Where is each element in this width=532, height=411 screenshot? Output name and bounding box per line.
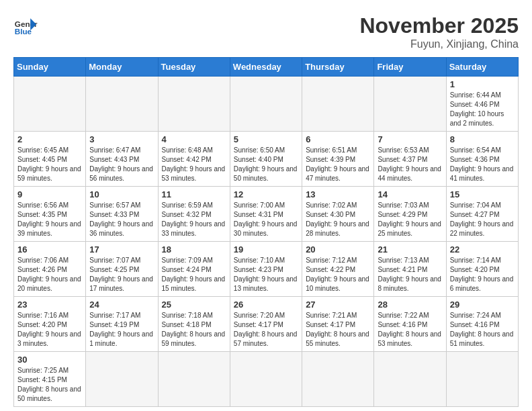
calendar-cell: 12Sunrise: 7:00 AM Sunset: 4:31 PM Dayli… (230, 187, 302, 242)
day-info: Sunrise: 7:07 AM Sunset: 4:25 PM Dayligh… (89, 256, 154, 293)
day-info: Sunrise: 7:12 AM Sunset: 4:22 PM Dayligh… (306, 256, 370, 293)
calendar-cell: 28Sunrise: 7:22 AM Sunset: 4:16 PM Dayli… (374, 297, 446, 352)
calendar-cell: 2Sunrise: 6:45 AM Sunset: 4:45 PM Daylig… (14, 132, 86, 187)
day-number: 20 (306, 244, 370, 255)
calendar-cell: 22Sunrise: 7:14 AM Sunset: 4:20 PM Dayli… (446, 242, 518, 297)
day-number: 13 (306, 189, 370, 199)
day-number: 24 (89, 300, 154, 310)
calendar-cell: 4Sunrise: 6:48 AM Sunset: 4:42 PM Daylig… (158, 132, 230, 187)
day-info: Sunrise: 7:06 AM Sunset: 4:26 PM Dayligh… (17, 256, 82, 293)
calendar-cell: 16Sunrise: 7:06 AM Sunset: 4:26 PM Dayli… (14, 242, 86, 297)
day-info: Sunrise: 7:02 AM Sunset: 4:30 PM Dayligh… (306, 201, 370, 238)
calendar-cell: 30Sunrise: 7:25 AM Sunset: 4:15 PM Dayli… (14, 352, 86, 407)
day-info: Sunrise: 7:17 AM Sunset: 4:19 PM Dayligh… (89, 311, 154, 349)
logo: General Blue (13, 13, 38, 38)
day-number: 23 (17, 300, 82, 310)
calendar-cell (230, 352, 302, 407)
calendar-cell (446, 352, 518, 407)
calendar-cell: 13Sunrise: 7:02 AM Sunset: 4:30 PM Dayli… (302, 187, 374, 242)
day-number: 14 (378, 189, 442, 199)
calendar-table: SundayMondayTuesdayWednesdayThursdayFrid… (13, 57, 519, 407)
day-info: Sunrise: 6:44 AM Sunset: 4:46 PM Dayligh… (450, 91, 515, 128)
day-number: 4 (162, 134, 226, 144)
day-info: Sunrise: 6:51 AM Sunset: 4:39 PM Dayligh… (306, 146, 370, 183)
week-row-2: 9Sunrise: 6:56 AM Sunset: 4:35 PM Daylig… (14, 187, 519, 242)
day-number: 27 (306, 300, 370, 310)
day-number: 11 (162, 189, 226, 199)
calendar-cell (158, 352, 230, 407)
calendar-cell: 19Sunrise: 7:10 AM Sunset: 4:23 PM Dayli… (230, 242, 302, 297)
calendar-cell: 18Sunrise: 7:09 AM Sunset: 4:24 PM Dayli… (158, 242, 230, 297)
weekday-header-wednesday: Wednesday (230, 58, 302, 77)
calendar-cell: 10Sunrise: 6:57 AM Sunset: 4:33 PM Dayli… (86, 187, 158, 242)
day-number: 28 (378, 300, 442, 310)
day-number: 1 (450, 79, 515, 89)
calendar-cell: 29Sunrise: 7:24 AM Sunset: 4:16 PM Dayli… (446, 297, 518, 352)
day-number: 17 (89, 244, 154, 255)
month-title: November 2025 (359, 13, 519, 38)
day-number: 25 (162, 300, 226, 310)
day-info: Sunrise: 6:57 AM Sunset: 4:33 PM Dayligh… (89, 201, 154, 238)
day-number: 7 (378, 134, 442, 144)
calendar-cell: 14Sunrise: 7:03 AM Sunset: 4:29 PM Dayli… (374, 187, 446, 242)
calendar-cell (374, 77, 446, 132)
calendar-cell: 9Sunrise: 6:56 AM Sunset: 4:35 PM Daylig… (14, 187, 86, 242)
day-info: Sunrise: 7:20 AM Sunset: 4:17 PM Dayligh… (234, 311, 298, 349)
week-row-0: 1Sunrise: 6:44 AM Sunset: 4:46 PM Daylig… (14, 77, 519, 132)
week-row-4: 23Sunrise: 7:16 AM Sunset: 4:20 PM Dayli… (14, 297, 519, 352)
day-info: Sunrise: 7:13 AM Sunset: 4:21 PM Dayligh… (378, 256, 442, 293)
calendar-cell: 17Sunrise: 7:07 AM Sunset: 4:25 PM Dayli… (86, 242, 158, 297)
calendar-cell: 21Sunrise: 7:13 AM Sunset: 4:21 PM Dayli… (374, 242, 446, 297)
calendar-cell: 23Sunrise: 7:16 AM Sunset: 4:20 PM Dayli… (14, 297, 86, 352)
weekday-header-thursday: Thursday (302, 58, 374, 77)
day-number: 15 (450, 189, 515, 199)
calendar-cell: 8Sunrise: 6:54 AM Sunset: 4:36 PM Daylig… (446, 132, 518, 187)
day-info: Sunrise: 6:45 AM Sunset: 4:45 PM Dayligh… (17, 146, 82, 183)
calendar-cell (14, 77, 86, 132)
calendar-cell (230, 77, 302, 132)
weekday-header-row: SundayMondayTuesdayWednesdayThursdayFrid… (14, 58, 519, 77)
day-info: Sunrise: 6:53 AM Sunset: 4:37 PM Dayligh… (378, 146, 442, 183)
day-info: Sunrise: 6:54 AM Sunset: 4:36 PM Dayligh… (450, 146, 515, 183)
calendar-cell: 27Sunrise: 7:21 AM Sunset: 4:17 PM Dayli… (302, 297, 374, 352)
day-number: 18 (162, 244, 226, 255)
day-number: 3 (89, 134, 154, 144)
calendar-cell: 5Sunrise: 6:50 AM Sunset: 4:40 PM Daylig… (230, 132, 302, 187)
day-info: Sunrise: 7:25 AM Sunset: 4:15 PM Dayligh… (17, 366, 82, 404)
weekday-header-monday: Monday (86, 58, 158, 77)
calendar-cell: 20Sunrise: 7:12 AM Sunset: 4:22 PM Dayli… (302, 242, 374, 297)
weekday-header-tuesday: Tuesday (158, 58, 230, 77)
page-header: General Blue November 2025 Fuyun, Xinjia… (13, 13, 519, 50)
calendar-cell: 11Sunrise: 6:59 AM Sunset: 4:32 PM Dayli… (158, 187, 230, 242)
calendar-cell (158, 77, 230, 132)
weekday-header-friday: Friday (374, 58, 446, 77)
calendar-cell (302, 77, 374, 132)
calendar-cell: 1Sunrise: 6:44 AM Sunset: 4:46 PM Daylig… (446, 77, 518, 132)
day-info: Sunrise: 6:59 AM Sunset: 4:32 PM Dayligh… (162, 201, 226, 238)
calendar-cell (86, 352, 158, 407)
location-title: Fuyun, Xinjiang, China (359, 38, 519, 50)
calendar-cell (302, 352, 374, 407)
day-number: 30 (17, 355, 82, 365)
day-info: Sunrise: 7:10 AM Sunset: 4:23 PM Dayligh… (234, 256, 298, 293)
day-number: 6 (306, 134, 370, 144)
day-info: Sunrise: 7:14 AM Sunset: 4:20 PM Dayligh… (450, 256, 515, 293)
weekday-header-saturday: Saturday (446, 58, 518, 77)
calendar-cell: 15Sunrise: 7:04 AM Sunset: 4:27 PM Dayli… (446, 187, 518, 242)
calendar-cell: 25Sunrise: 7:18 AM Sunset: 4:18 PM Dayli… (158, 297, 230, 352)
day-info: Sunrise: 7:21 AM Sunset: 4:17 PM Dayligh… (306, 311, 370, 349)
day-info: Sunrise: 6:47 AM Sunset: 4:43 PM Dayligh… (89, 146, 154, 183)
day-info: Sunrise: 7:03 AM Sunset: 4:29 PM Dayligh… (378, 201, 442, 238)
day-number: 19 (234, 244, 298, 255)
day-number: 29 (450, 300, 515, 310)
day-info: Sunrise: 6:50 AM Sunset: 4:40 PM Dayligh… (234, 146, 298, 183)
title-section: November 2025 Fuyun, Xinjiang, China (359, 13, 519, 50)
calendar-cell (374, 352, 446, 407)
day-info: Sunrise: 7:16 AM Sunset: 4:20 PM Dayligh… (17, 311, 82, 349)
calendar-cell: 7Sunrise: 6:53 AM Sunset: 4:37 PM Daylig… (374, 132, 446, 187)
day-number: 8 (450, 134, 515, 144)
svg-text:Blue: Blue (15, 27, 32, 36)
day-number: 9 (17, 189, 82, 199)
calendar-cell: 26Sunrise: 7:20 AM Sunset: 4:17 PM Dayli… (230, 297, 302, 352)
week-row-3: 16Sunrise: 7:06 AM Sunset: 4:26 PM Dayli… (14, 242, 519, 297)
